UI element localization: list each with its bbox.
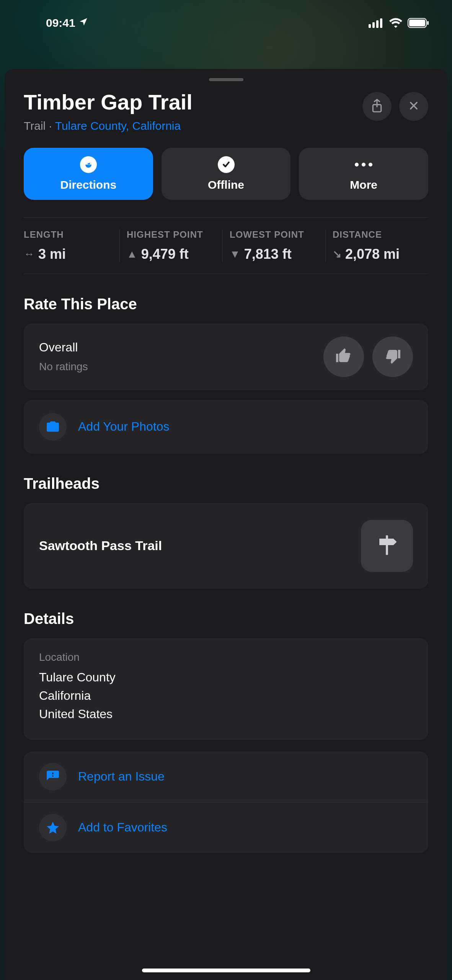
trailhead-name: Sawtooth Pass Trail [39,538,162,553]
stat-distance-value: 2,078 mi [345,246,400,262]
thumbs-up-icon [335,347,353,367]
cellular-icon [369,18,384,28]
directions-button[interactable]: Directions [24,148,153,200]
rate-overall-label: Overall [39,340,88,354]
details-line-3: United States [39,705,413,723]
stat-lowest-label: LOWEST POINT [230,229,318,240]
trailhead-directions-button[interactable] [361,520,413,572]
stat-highest-value: 9,479 ft [141,246,189,262]
offline-label: Offline [208,178,244,191]
location-arrow-icon [78,16,88,29]
stat-highest: HIGHEST POINT ▲9,479 ft [119,229,222,262]
add-favorites-button[interactable]: Add to Favorites [24,802,428,853]
status-bar: 09:41 [0,0,452,46]
details-line-2: California [39,686,413,705]
details-section-title: Details [24,610,428,627]
svg-rect-3 [380,18,382,28]
svg-rect-2 [376,20,379,28]
stat-distance-label: DISTANCE [333,229,421,240]
stat-highest-label: HIGHEST POINT [127,229,215,240]
add-photos-button[interactable]: Add Your Photos [24,400,428,454]
wifi-icon [389,18,402,28]
more-label: More [350,178,377,191]
share-button[interactable] [362,92,392,121]
offline-button[interactable]: Offline [162,148,291,200]
footer-actions: Report an Issue Add to Favorites [24,751,428,853]
home-indicator[interactable] [142,969,310,972]
status-time: 09:41 [46,16,75,29]
star-icon [39,814,67,841]
stats-row: LENGTH ↔3 mi HIGHEST POINT ▲9,479 ft LOW… [24,217,428,274]
stat-distance: DISTANCE ↘2,078 mi [325,229,428,262]
svg-rect-6 [427,21,429,25]
stat-lowest: LOWEST POINT ▼7,813 ft [222,229,325,262]
rate-section-title: Rate This Place [24,296,428,313]
svg-rect-1 [372,22,375,28]
triangle-down-icon: ▼ [230,248,240,260]
favorites-label: Add to Favorites [78,820,167,835]
add-photos-label: Add Your Photos [78,420,169,434]
details-location-label: Location [39,651,413,663]
report-icon [39,763,67,791]
trailhead-row[interactable]: Sawtooth Pass Trail [24,503,428,589]
thumbs-down-icon [383,347,402,367]
directions-label: Directions [60,178,116,191]
place-location-link[interactable]: Tulare County, California [55,119,181,132]
thumbs-down-button[interactable] [372,336,413,377]
route-icon: ↘ [333,248,341,260]
arrows-horizontal-icon: ↔ [24,248,34,260]
stat-lowest-value: 7,813 ft [244,246,292,262]
signpost-icon [374,532,400,560]
ellipsis-icon [355,156,372,173]
place-title: Timber Gap Trail [24,90,193,114]
share-icon [371,98,383,114]
sheet-grabber[interactable] [209,78,243,81]
details-card: Location Tulare County California United… [24,638,428,740]
report-issue-button[interactable]: Report an Issue [24,751,428,802]
close-button[interactable] [399,92,428,121]
place-sheet: Timber Gap Trail Trail · Tulare County, … [5,69,447,980]
triangle-up-icon: ▲ [127,248,137,260]
rate-count: No ratings [39,361,88,373]
stat-length-value: 3 mi [38,246,66,262]
place-type: Trail [24,119,46,132]
report-label: Report an Issue [78,769,165,784]
rate-card: Overall No ratings [24,323,428,390]
details-line-1: Tulare County [39,668,413,686]
close-icon [408,100,419,113]
stat-length-label: LENGTH [24,229,113,240]
camera-icon [39,413,67,441]
status-right [369,18,429,28]
trailheads-section-title: Trailheads [24,475,428,492]
more-button[interactable]: More [299,148,428,200]
place-subtitle: Trail · Tulare County, California [24,119,193,132]
battery-icon [408,18,429,28]
svg-rect-5 [409,20,425,26]
directions-icon [80,156,97,173]
svg-rect-0 [369,24,371,28]
checkmark-icon [218,156,235,173]
stat-length: LENGTH ↔3 mi [24,229,119,262]
thumbs-up-button[interactable] [323,336,364,377]
